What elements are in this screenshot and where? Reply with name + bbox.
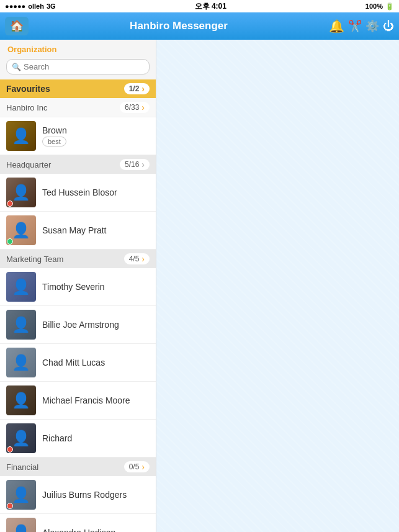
- favourites-label: Favourites: [6, 84, 50, 94]
- hanbiro-badge: 6/33 ›: [120, 102, 150, 113]
- brown-info: Brown best: [42, 125, 67, 147]
- contact-timothy[interactable]: 👤 Timothy Severin: [0, 268, 156, 306]
- billie-face: 👤: [6, 310, 36, 340]
- avatar-wrap-michael: 👤: [6, 385, 36, 415]
- section-financial[interactable]: Financial 0/5 ›: [0, 458, 156, 476]
- contact-billie[interactable]: 👤 Billie Joe Armstrong: [0, 306, 156, 344]
- battery-label: 100%: [365, 2, 383, 10]
- app-header: 🏠 Hanbiro Messenger 🔔 ✂️ ⚙️ ⏻: [0, 12, 399, 40]
- avatar-wrap-susan: 👤: [6, 215, 36, 245]
- julius-status-dot: [7, 503, 13, 509]
- hq-badge: 5/16 ›: [120, 159, 150, 170]
- sidebar: Organization 🔍 Favourites 1/2 › Hanbiro …: [0, 40, 156, 532]
- michael-face: 👤: [6, 385, 36, 415]
- status-left: ●●●●● olleh 3G: [5, 2, 56, 10]
- section-favourites[interactable]: Favourites 1/2 ›: [0, 79, 156, 98]
- sidebar-list: Favourites 1/2 › Hanbiro Inc 6/33 › 👤: [0, 79, 156, 532]
- avatar-wrap-timothy: 👤: [6, 272, 36, 302]
- contact-brown[interactable]: 👤 Brown best: [0, 117, 156, 155]
- power-icon[interactable]: ⏻: [383, 20, 394, 33]
- julius-name: Juilius Burns Rodgers: [42, 490, 127, 500]
- header-actions: 🔔 ✂️ ⚙️ ⏻: [329, 19, 394, 34]
- time-label: 오후 4:01: [195, 1, 226, 12]
- search-container: 🔍: [0, 56, 156, 79]
- michael-name: Michael Francis Moore: [42, 395, 130, 405]
- susan-name: Susan May Pratt: [42, 225, 107, 235]
- section-marketing[interactable]: Marketing Team 4/5 ›: [0, 250, 156, 268]
- favourites-badge: 1/2 ›: [124, 83, 150, 94]
- contact-richard[interactable]: 👤 Richard: [0, 420, 156, 458]
- avatar-wrap-billie: 👤: [6, 310, 36, 340]
- hanbiro-label: Hanbiro Inc: [6, 103, 47, 112]
- avatar-brown: 👤: [6, 121, 36, 151]
- main-layout: Organization 🔍 Favourites 1/2 › Hanbiro …: [0, 40, 399, 532]
- contact-julius[interactable]: 👤 Juilius Burns Rodgers: [0, 476, 156, 514]
- hanbiro-inc-row[interactable]: Hanbiro Inc 6/33 ›: [0, 98, 156, 117]
- notifications-icon[interactable]: 🔔: [329, 19, 344, 34]
- contact-alexandra[interactable]: 👤 Alexandra Hedison: [0, 514, 156, 532]
- avatar-billie: 👤: [6, 310, 36, 340]
- fin-arrow-icon: ›: [141, 462, 145, 472]
- hq-arrow-icon: ›: [141, 160, 145, 169]
- richard-name: Richard: [42, 433, 72, 443]
- avatar-wrap-julius: 👤: [6, 480, 36, 510]
- mkt-badge: 4/5 ›: [124, 253, 150, 264]
- battery-icon: 🔋: [385, 2, 394, 11]
- brown-face: 👤: [6, 121, 36, 151]
- avatar-timothy: 👤: [6, 272, 36, 302]
- fin-label: Financial: [6, 462, 38, 472]
- search-box: 🔍: [6, 59, 150, 74]
- settings-icon[interactable]: ⚙️: [365, 19, 379, 33]
- chad-name: Chad Mitt Lucas: [42, 358, 105, 367]
- content-area: [156, 40, 399, 532]
- network-label: 3G: [47, 2, 56, 10]
- contact-susan[interactable]: 👤 Susan May Pratt: [0, 212, 156, 250]
- search-input[interactable]: [24, 62, 144, 71]
- brown-name: Brown: [42, 125, 67, 135]
- avatar-wrap-chad: 👤: [6, 348, 36, 377]
- richard-status-dot: [7, 446, 13, 453]
- contact-chad[interactable]: 👤 Chad Mitt Lucas: [0, 344, 156, 382]
- timothy-name: Timothy Severin: [42, 282, 105, 292]
- scissors-icon[interactable]: ✂️: [348, 19, 362, 33]
- avatar-wrap-richard: 👤: [6, 423, 36, 453]
- avatar-chad: 👤: [6, 348, 36, 377]
- home-icon: 🏠: [10, 19, 24, 33]
- avatar-wrap-alexandra: 👤: [6, 518, 36, 532]
- home-button[interactable]: 🏠: [5, 17, 29, 35]
- alexandra-name: Alexandra Hedison: [42, 528, 115, 532]
- mkt-label: Marketing Team: [6, 255, 63, 264]
- avatar-wrap-brown: 👤: [6, 121, 36, 151]
- ted-name: Ted Hussein Blosor: [42, 187, 117, 197]
- favourites-arrow-icon: ›: [141, 84, 145, 94]
- ted-status-dot: [7, 201, 13, 207]
- avatar-alexandra: 👤: [6, 518, 36, 532]
- brown-tag: best: [42, 137, 66, 147]
- avatar-michael: 👤: [6, 385, 36, 415]
- search-icon: 🔍: [12, 63, 21, 71]
- carrier-label: olleh: [28, 2, 44, 10]
- susan-status-dot: [7, 238, 13, 245]
- status-right: 100% 🔋: [365, 2, 394, 11]
- fin-badge: 0/5 ›: [124, 461, 150, 472]
- chad-face: 👤: [6, 348, 36, 377]
- section-headquarter[interactable]: Headquarter 5/16 ›: [0, 155, 156, 174]
- status-bar: ●●●●● olleh 3G 오후 4:01 100% 🔋: [0, 0, 399, 12]
- mkt-arrow-icon: ›: [141, 254, 145, 264]
- header-title: Hanbiro Messenger: [29, 20, 329, 32]
- signal-dots: ●●●●●: [5, 2, 25, 10]
- alexandra-face: 👤: [6, 518, 36, 532]
- hanbiro-arrow-icon: ›: [141, 102, 145, 112]
- org-label: Organization: [0, 40, 156, 56]
- contact-ted[interactable]: 👤 Ted Hussein Blosor: [0, 174, 156, 212]
- hq-label: Headquarter: [6, 160, 51, 169]
- timothy-face: 👤: [6, 272, 36, 302]
- avatar-wrap-ted: 👤: [6, 178, 36, 207]
- billie-name: Billie Joe Armstrong: [42, 320, 119, 330]
- contact-michael[interactable]: 👤 Michael Francis Moore: [0, 382, 156, 420]
